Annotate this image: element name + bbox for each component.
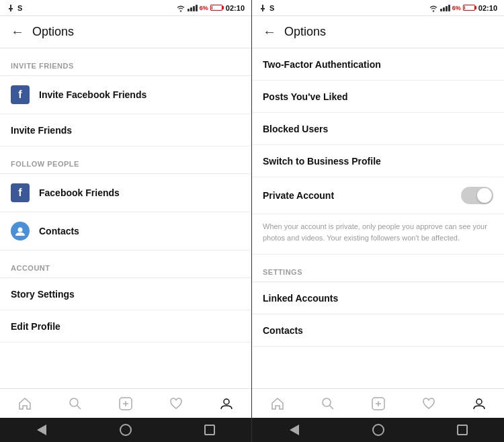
right-usb-icon <box>259 4 267 12</box>
svg-point-12 <box>476 399 482 404</box>
follow-people-header: FOLLOW PEOPLE <box>0 146 251 173</box>
right-header-title: Options <box>284 25 326 39</box>
left-time: 02:10 <box>226 4 245 12</box>
right-back-button[interactable]: ← <box>263 24 276 40</box>
right-nav-profile[interactable] <box>471 396 487 412</box>
blocked-users-item[interactable]: Blocked Users <box>252 113 504 145</box>
private-account-label: Private Account <box>263 190 334 201</box>
right-nav-add[interactable] <box>370 396 386 412</box>
left-nav-add[interactable] <box>118 396 134 412</box>
settings-header: SETTINGS <box>252 255 504 281</box>
left-s-label: S <box>17 4 22 12</box>
right-battery-icon <box>463 5 476 11</box>
story-settings-label: Story Settings <box>11 289 75 300</box>
account-header: ACCOUNT <box>0 251 251 277</box>
private-account-description: When your account is private, only peopl… <box>252 214 504 255</box>
left-nav-search[interactable] <box>67 396 83 412</box>
posts-liked-item[interactable]: Posts You've Liked <box>252 81 504 113</box>
linked-accounts-item[interactable]: Linked Accounts <box>252 282 504 314</box>
left-header: ← Options <box>0 16 251 48</box>
left-android-bar <box>0 418 251 442</box>
switch-business-label: Switch to Business Profile <box>263 156 381 167</box>
svg-point-7 <box>323 398 331 406</box>
left-wifi-icon <box>176 4 185 12</box>
right-status-bar: S 6% 02:10 <box>252 0 504 16</box>
edit-profile-label: Edit Profile <box>11 321 60 332</box>
right-android-back[interactable] <box>286 422 302 438</box>
facebook-icon-invite: f <box>11 85 30 104</box>
linked-accounts-label: Linked Accounts <box>263 293 338 304</box>
right-bottom-nav <box>252 388 504 418</box>
left-nav-home[interactable] <box>17 396 33 412</box>
left-phone-panel: S 6% <box>0 0 252 442</box>
svg-line-8 <box>329 405 333 409</box>
facebook-icon-friends: f <box>11 183 30 202</box>
left-android-recent[interactable] <box>202 422 218 438</box>
left-android-home[interactable] <box>118 422 134 438</box>
invite-friends-label: Invite Friends <box>11 125 72 136</box>
svg-point-1 <box>70 398 78 406</box>
blocked-users-label: Blocked Users <box>263 124 328 134</box>
right-android-recent[interactable] <box>454 422 470 438</box>
right-time: 02:10 <box>478 4 497 12</box>
right-s-label: S <box>269 4 274 12</box>
two-factor-label: Two-Factor Authentication <box>263 59 381 70</box>
invite-facebook-item[interactable]: f Invite Facebook Friends <box>0 76 251 114</box>
svg-line-2 <box>77 405 81 409</box>
left-back-button[interactable]: ← <box>11 24 24 40</box>
left-header-title: Options <box>32 25 74 39</box>
right-header: ← Options <box>252 16 504 48</box>
left-nav-profile[interactable] <box>218 396 235 412</box>
posts-liked-label: Posts You've Liked <box>263 91 348 102</box>
private-account-row: Private Account <box>252 177 504 214</box>
usb-icon <box>7 4 15 12</box>
right-android-bar <box>252 418 504 442</box>
right-wifi-icon <box>429 4 438 12</box>
two-factor-item[interactable]: Two-Factor Authentication <box>252 48 504 81</box>
invite-facebook-label: Invite Facebook Friends <box>39 89 146 100</box>
contacts-label: Contacts <box>39 226 79 236</box>
left-panel-content: INVITE FRIENDS f Invite Facebook Friends… <box>0 48 251 388</box>
right-status-icons: S <box>259 4 274 12</box>
left-nav-heart[interactable] <box>168 396 184 412</box>
contacts-item[interactable]: Contacts <box>0 212 251 251</box>
svg-point-0 <box>18 228 23 232</box>
left-bottom-nav <box>0 388 251 418</box>
switch-business-item[interactable]: Switch to Business Profile <box>252 145 504 177</box>
invite-friends-item[interactable]: Invite Friends <box>0 114 251 146</box>
left-battery-icon <box>210 5 224 11</box>
left-android-back[interactable] <box>34 422 50 438</box>
right-nav-heart[interactable] <box>421 396 437 412</box>
facebook-friends-item[interactable]: f Facebook Friends <box>0 174 251 212</box>
invite-friends-header: INVITE FRIENDS <box>0 48 251 75</box>
left-right-status: 6% 02:10 <box>176 4 245 12</box>
contacts-right-label: Contacts <box>263 325 303 336</box>
right-right-status: 6% 02:10 <box>429 4 497 12</box>
contacts-icon-left <box>11 222 30 240</box>
private-account-toggle[interactable] <box>461 187 493 204</box>
left-signal-icon <box>187 5 198 11</box>
right-phone-panel: S 6% 02:10 <box>252 0 504 442</box>
contacts-right-item[interactable]: Contacts <box>252 314 504 347</box>
edit-profile-item[interactable]: Edit Profile <box>0 310 251 343</box>
left-status-icons: S <box>7 4 22 12</box>
right-nav-home[interactable] <box>269 396 286 412</box>
svg-point-6 <box>224 399 229 404</box>
facebook-friends-label: Facebook Friends <box>39 187 120 198</box>
left-battery-pct: 6% <box>200 5 208 11</box>
right-nav-search[interactable] <box>320 396 336 412</box>
right-android-home[interactable] <box>370 422 386 438</box>
right-panel-content: Two-Factor Authentication Posts You've L… <box>252 48 504 388</box>
story-settings-item[interactable]: Story Settings <box>0 278 251 310</box>
right-battery-pct: 6% <box>452 5 461 11</box>
left-status-bar: S 6% <box>0 0 251 16</box>
right-signal-icon <box>440 5 450 11</box>
